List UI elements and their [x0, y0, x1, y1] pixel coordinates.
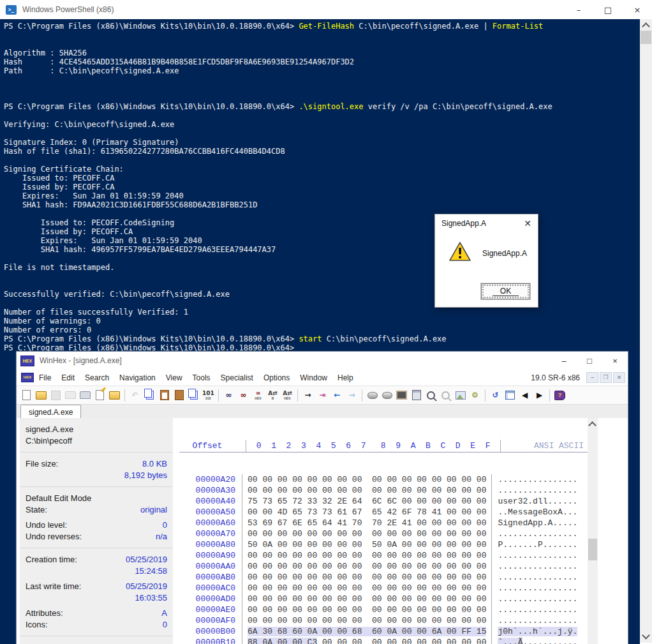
- hex-row[interactable]: 00000A2000 00 00 00 00 00 00 00 00 00 00…: [179, 474, 588, 485]
- synchronize-icon[interactable]: ↺: [488, 388, 503, 402]
- hex-row[interactable]: 00000A6053 69 67 6E 65 64 41 70 70 2E 41…: [179, 518, 588, 528]
- open-disk-icon[interactable]: [365, 388, 380, 402]
- hex-row[interactable]: 00000AF000 00 00 00 00 00 00 00 00 00 00…: [179, 615, 588, 626]
- mdi-minimize-button[interactable]: –: [586, 372, 598, 383]
- find-hex-icon[interactable]: ∞HEX: [251, 388, 265, 402]
- hex-bytes[interactable]: 00 00 00 00 00 00 00 00 00 00 00 00 00 0…: [242, 474, 492, 485]
- ps-maximize-button[interactable]: □: [593, 0, 623, 19]
- new-file-icon[interactable]: [19, 388, 34, 402]
- help-icon[interactable]: ?: [552, 388, 567, 402]
- dialog-close-icon[interactable]: ✕: [517, 214, 538, 232]
- hex-row[interactable]: 00000AA000 00 00 00 00 00 00 00 00 00 00…: [179, 561, 588, 572]
- hex-bytes[interactable]: 00 00 00 00 00 00 00 00 00 00 00 00 00 0…: [242, 561, 492, 572]
- hex-row[interactable]: 00000AB000 00 00 00 00 00 00 00 00 00 00…: [179, 572, 588, 583]
- hex-ascii[interactable]: ................: [492, 528, 588, 539]
- hex-ascii[interactable]: ................: [492, 561, 588, 572]
- hex-bytes[interactable]: 00 00 00 00 00 00 00 00 00 00 00 00 00 0…: [242, 572, 492, 583]
- ps-scrollbar-thumb[interactable]: [641, 31, 651, 44]
- hex-row[interactable]: 00000A7000 00 00 00 00 00 00 00 00 00 00…: [179, 528, 588, 539]
- file-properties-icon[interactable]: [93, 388, 107, 402]
- winhex-minimize-button[interactable]: –: [551, 352, 577, 370]
- hex-ascii[interactable]: ................: [492, 572, 588, 583]
- menu-item-navigation[interactable]: Navigation: [114, 373, 161, 382]
- menu-item-search[interactable]: Search: [80, 373, 114, 382]
- hex-row[interactable]: 00000A3000 00 00 00 00 00 00 00 00 00 00…: [179, 485, 588, 496]
- hex-ascii[interactable]: ................: [492, 594, 588, 604]
- hex-bytes[interactable]: 50 0A 00 00 00 00 00 00 50 0A 00 00 00 0…: [242, 539, 492, 550]
- winhex-close-button[interactable]: ×: [602, 352, 628, 370]
- replace-text-icon[interactable]: A⇄B: [265, 388, 280, 402]
- hex-bytes[interactable]: 00 00 00 00 00 00 00 00 00 00 00 00 00 0…: [242, 604, 492, 615]
- hex-row[interactable]: 00000A8050 0A 00 00 00 00 00 00 50 0A 00…: [179, 539, 588, 550]
- hex-ascii[interactable]: SignedApp.A.....: [492, 518, 588, 528]
- hex-ascii[interactable]: ................: [492, 550, 588, 561]
- ram-editor-icon[interactable]: [394, 388, 409, 402]
- hex-row[interactable]: 00000AD000 00 00 00 00 00 00 00 00 00 00…: [179, 594, 588, 604]
- copy-icon[interactable]: [142, 388, 157, 402]
- magnifier-icon[interactable]: [424, 388, 438, 402]
- menu-item-options[interactable]: Options: [258, 373, 295, 382]
- clone-disk-icon[interactable]: [380, 388, 394, 402]
- hex-ascii[interactable]: user32.dll......: [492, 496, 588, 507]
- shrink-window-icon[interactable]: ◀: [517, 388, 532, 402]
- goto-offset-icon[interactable]: →: [300, 388, 315, 402]
- hex-row[interactable]: 00000A5000 00 4D 65 73 73 61 67 65 42 6F…: [179, 507, 588, 518]
- hex-bytes[interactable]: 75 73 65 72 33 32 2E 64 6C 6C 00 00 00 0…: [242, 496, 492, 507]
- hex-row[interactable]: 00000A4075 73 65 72 33 32 2E 64 6C 6C 00…: [179, 496, 588, 507]
- hex-bytes[interactable]: 88 0A 00 00 C3 00 00 00 00 00 00 00 00 0…: [242, 637, 492, 644]
- grow-window-icon[interactable]: ▶: [532, 388, 547, 402]
- back-icon[interactable]: ←: [330, 388, 345, 402]
- menu-item-help[interactable]: Help: [332, 373, 359, 382]
- hex-ascii[interactable]: ..MessageBoxA...: [492, 507, 588, 518]
- print-icon[interactable]: [78, 388, 93, 402]
- replace-hex-icon[interactable]: A⇄HEX: [280, 388, 295, 402]
- hex-bytes[interactable]: 00 00 00 00 00 00 00 00 00 00 00 00 00 0…: [242, 594, 492, 604]
- data-interpreter-icon[interactable]: [503, 388, 517, 402]
- find-text-icon[interactable]: ∞: [221, 388, 236, 402]
- convert-binary-icon[interactable]: 101010: [201, 388, 216, 402]
- hex-bytes[interactable]: 00 00 00 00 00 00 00 00 00 00 00 00 00 0…: [242, 528, 492, 539]
- calculator-icon[interactable]: [409, 388, 424, 402]
- hex-ascii[interactable]: ................: [492, 615, 588, 626]
- hex-bytes[interactable]: 6A 30 68 60 0A 00 00 68 60 0A 00 00 6A 0…: [242, 626, 492, 637]
- picture-view-icon[interactable]: [453, 388, 468, 402]
- hex-ascii[interactable]: ................: [492, 583, 588, 594]
- hex-ascii[interactable]: P.......P.......: [492, 539, 588, 550]
- hex-bytes[interactable]: 00 00 00 00 00 00 00 00 00 00 00 00 00 0…: [242, 615, 492, 626]
- mdi-close-button[interactable]: ×: [613, 372, 625, 383]
- forward-icon[interactable]: →: [345, 388, 359, 402]
- find-again-icon[interactable]: ∞: [236, 388, 251, 402]
- hex-row[interactable]: 00000B1088 0A 00 00 C3 00 00 00 00 00 00…: [179, 637, 588, 644]
- ps-close-button[interactable]: ×: [623, 0, 652, 19]
- menu-item-tools[interactable]: Tools: [188, 373, 216, 382]
- clipboard-icon[interactable]: [172, 388, 186, 402]
- open-folder-icon[interactable]: [107, 388, 122, 402]
- paste-icon[interactable]: [157, 388, 172, 402]
- hex-row[interactable]: 00000A9000 00 00 00 00 00 00 00 00 00 00…: [179, 550, 588, 561]
- hex-row[interactable]: 00000B006A 30 68 60 0A 00 00 68 60 0A 00…: [179, 626, 588, 637]
- file-tab[interactable]: signed.A.exe: [20, 405, 81, 419]
- hex-bytes[interactable]: 53 69 67 6E 65 64 41 70 70 2E 41 00 00 0…: [242, 518, 492, 528]
- winhex-maximize-button[interactable]: □: [577, 352, 602, 370]
- menu-item-window[interactable]: Window: [295, 373, 332, 382]
- options-gear-icon[interactable]: ⚙: [468, 388, 482, 402]
- ps-scrollbar[interactable]: [640, 19, 652, 643]
- hex-bytes[interactable]: 00 00 00 00 00 00 00 00 00 00 00 00 00 0…: [242, 485, 492, 496]
- hex-scrollbar[interactable]: [588, 418, 598, 644]
- hex-ascii[interactable]: ................: [492, 604, 588, 615]
- hex-bytes[interactable]: 00 00 00 00 00 00 00 00 00 00 00 00 00 0…: [242, 550, 492, 561]
- mdi-restore-button[interactable]: ❐: [600, 372, 612, 383]
- hex-row[interactable]: 00000AC000 00 00 00 00 00 00 00 00 00 00…: [179, 583, 588, 594]
- open-file-icon[interactable]: [34, 388, 48, 402]
- hex-scroll-up-icon[interactable]: [588, 421, 596, 430]
- hex-ascii[interactable]: j0h`...h`...j.ÿ.: [492, 626, 588, 637]
- ps-scroll-down-icon[interactable]: [642, 631, 650, 640]
- ps-scroll-up-icon[interactable]: [642, 22, 650, 31]
- hex-ascii[interactable]: ˆ...Ã...........: [492, 637, 588, 644]
- hex-bytes[interactable]: 00 00 4D 65 73 73 61 67 65 42 6F 78 41 0…: [242, 507, 492, 518]
- menu-item-file[interactable]: File: [34, 373, 56, 382]
- menu-item-view[interactable]: View: [161, 373, 188, 382]
- copy-hex-icon[interactable]: [186, 388, 201, 402]
- hex-scrollbar-thumb[interactable]: [588, 539, 597, 560]
- hex-ascii[interactable]: ................: [492, 474, 588, 485]
